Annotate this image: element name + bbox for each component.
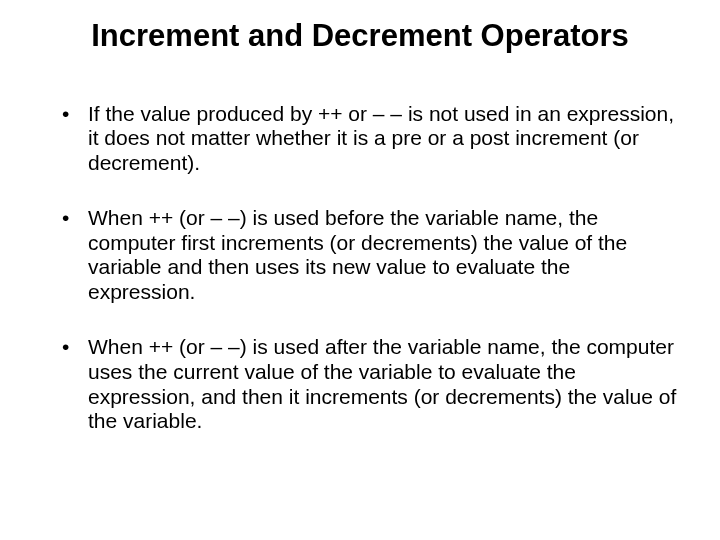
list-item: When ++ (or – –) is used before the vari… xyxy=(62,206,678,305)
slide: Increment and Decrement Operators If the… xyxy=(0,0,720,540)
bullet-list: If the value produced by ++ or – – is no… xyxy=(32,102,688,434)
page-title: Increment and Decrement Operators xyxy=(32,18,688,54)
list-item: If the value produced by ++ or – – is no… xyxy=(62,102,678,176)
list-item: When ++ (or – –) is used after the varia… xyxy=(62,335,678,434)
